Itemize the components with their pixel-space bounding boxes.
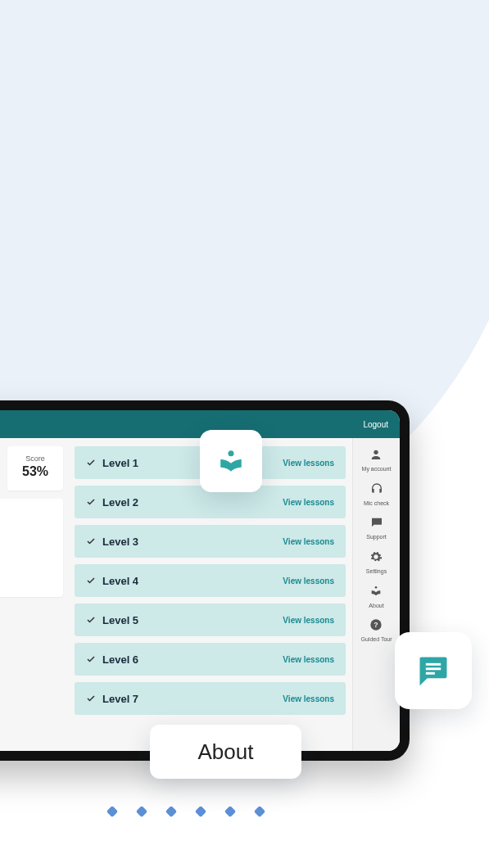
check-icon — [86, 458, 96, 468]
about-badge-text: About — [198, 739, 254, 765]
sidebar-item-label: About — [369, 603, 383, 609]
score-card: Score 53% — [7, 446, 63, 491]
sidebar-item-label: My account — [362, 466, 392, 472]
level-row[interactable]: Level 7 View lessons — [75, 682, 346, 715]
help-icon: ? — [369, 618, 383, 635]
check-icon — [86, 615, 96, 625]
sidebar-item-about[interactable]: About — [369, 581, 383, 613]
reader-badge — [200, 430, 262, 492]
sidebar-item-guided-tour[interactable]: ? Guided Tour — [360, 615, 392, 646]
sidebar-item-mic-check[interactable]: Mic check — [364, 479, 389, 510]
svg-text:?: ? — [374, 622, 378, 630]
view-lessons-link[interactable]: View lessons — [283, 498, 334, 507]
level-name: Level 4 — [102, 575, 138, 587]
sidebar-item-label: Settings — [366, 568, 387, 575]
chat-icon — [370, 516, 383, 532]
view-lessons-link[interactable]: View lessons — [283, 655, 334, 664]
level-name: Level 1 — [102, 457, 138, 469]
headset-icon — [370, 482, 383, 499]
sidebar-item-settings[interactable]: Settings — [366, 547, 387, 578]
score-label: Score — [14, 454, 57, 463]
gear-icon — [369, 550, 383, 567]
right-sidebar: My account Mic check Support Settings Ab… — [352, 438, 400, 751]
chat-badge[interactable] — [395, 632, 472, 709]
main-body: Score 53% g goals mins each s to go toda… — [0, 438, 400, 751]
svg-point-0 — [374, 450, 378, 454]
goals-subtitle: mins each — [0, 518, 55, 527]
goals-card: g goals mins each s to go today go this … — [0, 499, 63, 597]
score-value: 53% — [14, 464, 57, 479]
goals-line-week: go this week — [0, 551, 55, 559]
about-badge: About — [150, 725, 301, 779]
topbar: again Logout — [0, 410, 400, 438]
level-row[interactable]: Level 3 View lessons — [75, 525, 346, 558]
account-icon — [369, 448, 383, 464]
sidebar-item-label: Guided Tour — [360, 636, 392, 643]
check-icon — [86, 654, 96, 664]
level-name: Level 3 — [102, 536, 138, 548]
goals-title: g goals — [0, 507, 55, 517]
check-icon — [86, 576, 96, 585]
sidebar-item-support[interactable]: Support — [366, 513, 387, 544]
svg-point-4 — [228, 450, 233, 456]
left-column: Score 53% g goals mins each s to go toda… — [0, 438, 71, 751]
svg-rect-6 — [426, 667, 441, 670]
goals-line-today: s to go today — [0, 535, 55, 543]
reader-icon — [217, 447, 245, 475]
level-name: Level 2 — [102, 496, 138, 509]
view-lessons-link[interactable]: View lessons — [283, 616, 334, 625]
sidebar-item-my-account[interactable]: My account — [362, 445, 392, 476]
decorative-diamonds — [108, 807, 264, 816]
view-lessons-link[interactable]: View lessons — [283, 537, 334, 546]
sidebar-item-label: Support — [366, 534, 387, 540]
view-lessons-link[interactable]: View lessons — [283, 694, 334, 703]
goals-days: W T F S — [0, 581, 55, 589]
check-icon — [86, 536, 96, 546]
level-row[interactable]: Level 5 View lessons — [75, 604, 346, 636]
svg-rect-7 — [426, 672, 435, 675]
level-name: Level 7 — [102, 693, 138, 705]
logout-link[interactable]: Logout — [363, 420, 388, 429]
sidebar-item-label: Mic check — [364, 500, 389, 507]
level-name: Level 5 — [102, 614, 138, 626]
level-name: Level 6 — [102, 653, 138, 666]
reader-icon — [369, 585, 383, 601]
check-icon — [86, 694, 96, 703]
chat-icon — [415, 653, 451, 689]
svg-point-1 — [375, 586, 378, 589]
view-lessons-link[interactable]: View lessons — [283, 459, 334, 468]
svg-rect-5 — [426, 663, 441, 666]
level-row[interactable]: Level 6 View lessons — [75, 643, 346, 676]
check-icon — [86, 497, 96, 507]
level-row[interactable]: Level 4 View lessons — [75, 564, 346, 597]
view-lessons-link[interactable]: View lessons — [283, 576, 334, 585]
